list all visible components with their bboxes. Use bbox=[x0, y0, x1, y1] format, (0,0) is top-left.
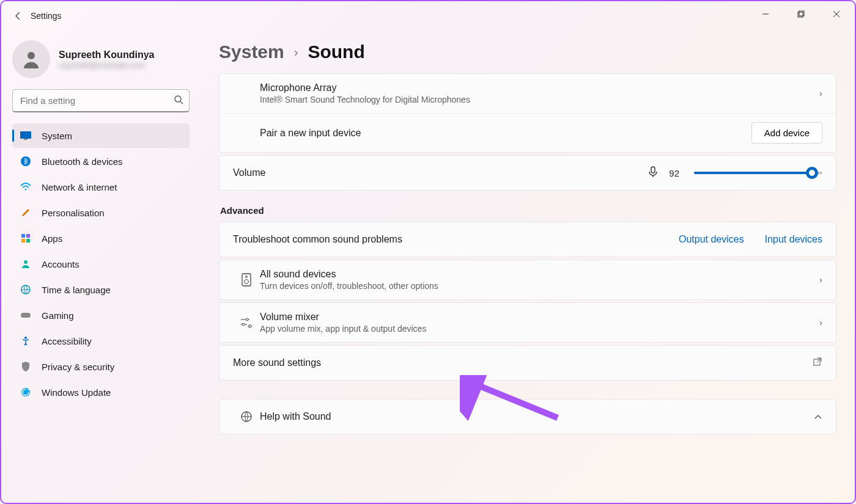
minimize-button[interactable] bbox=[753, 5, 778, 23]
mic-sub: Intel® Smart Sound Technology for Digita… bbox=[260, 95, 819, 104]
svg-point-19 bbox=[24, 337, 27, 339]
sidebar-item-accounts[interactable]: Accounts bbox=[12, 252, 190, 276]
svg-point-24 bbox=[245, 280, 249, 284]
svg-rect-9 bbox=[24, 139, 28, 140]
accounts-icon bbox=[20, 258, 32, 270]
sidebar-item-personalisation[interactable]: Personalisation bbox=[12, 200, 190, 225]
search-input[interactable] bbox=[12, 89, 190, 112]
volume-value: 92 bbox=[669, 168, 679, 178]
help-card[interactable]: Help with Sound bbox=[219, 399, 836, 434]
svg-rect-12 bbox=[21, 234, 25, 238]
breadcrumb-current: Sound bbox=[308, 42, 364, 62]
window-controls bbox=[753, 5, 849, 23]
back-button[interactable] bbox=[6, 4, 31, 28]
sidebar-item-gaming[interactable]: Gaming bbox=[12, 303, 190, 327]
chevron-right-icon: › bbox=[819, 89, 822, 98]
breadcrumb: System › Sound bbox=[219, 42, 836, 62]
volume-slider[interactable] bbox=[694, 167, 822, 179]
more-settings-card[interactable]: More sound settings bbox=[219, 345, 836, 381]
help-globe-icon bbox=[233, 411, 260, 423]
mixer-sub: App volume mix, app input & output devic… bbox=[260, 324, 819, 334]
sidebar-item-network[interactable]: Network & internet bbox=[12, 175, 190, 199]
wifi-icon bbox=[20, 181, 32, 193]
user-block[interactable]: Supreeth Koundinya supreeth@example.com bbox=[12, 37, 190, 89]
nav-label: Privacy & security bbox=[42, 362, 114, 372]
microphone-icon[interactable] bbox=[647, 166, 659, 180]
sidebar-item-time[interactable]: Time & language bbox=[12, 277, 190, 302]
svg-rect-8 bbox=[20, 131, 31, 139]
svg-rect-14 bbox=[21, 239, 25, 243]
arrow-left-icon bbox=[13, 11, 23, 21]
input-device-card: Microphone Array Intel® Smart Sound Tech… bbox=[219, 73, 836, 153]
microphone-row[interactable]: Microphone Array Intel® Smart Sound Tech… bbox=[220, 74, 836, 113]
svg-rect-2 bbox=[799, 11, 804, 16]
nav-label: Accounts bbox=[42, 259, 79, 269]
external-link-icon bbox=[813, 357, 822, 369]
svg-point-23 bbox=[246, 276, 248, 278]
slider-thumb[interactable] bbox=[806, 167, 818, 179]
pair-device-row: Pair a new input device Add device bbox=[220, 113, 836, 152]
volume-mixer-card[interactable]: Volume mixer App volume mix, app input &… bbox=[219, 302, 836, 343]
input-devices-link[interactable]: Input devices bbox=[765, 234, 822, 245]
nav-label: Time & language bbox=[42, 285, 111, 295]
bluetooth-icon bbox=[20, 155, 32, 167]
sidebar-item-privacy[interactable]: Privacy & security bbox=[12, 354, 190, 379]
apps-icon bbox=[20, 232, 32, 244]
person-icon bbox=[20, 48, 42, 70]
shield-icon bbox=[20, 360, 32, 373]
system-icon bbox=[20, 130, 32, 142]
svg-rect-18 bbox=[21, 313, 31, 318]
user-email: supreeth@example.com bbox=[59, 60, 154, 70]
search-wrap bbox=[12, 89, 190, 112]
svg-point-11 bbox=[25, 189, 27, 191]
svg-point-6 bbox=[175, 96, 181, 102]
svg-line-7 bbox=[180, 101, 183, 104]
svg-point-28 bbox=[242, 323, 245, 326]
advanced-header: Advanced bbox=[220, 205, 836, 216]
output-devices-link[interactable]: Output devices bbox=[679, 234, 744, 245]
nav-label: Accessibility bbox=[42, 336, 92, 346]
speaker-icon bbox=[233, 273, 260, 287]
minimize-icon bbox=[762, 10, 769, 18]
chevron-up-icon bbox=[814, 412, 822, 422]
sidebar-item-apps[interactable]: Apps bbox=[12, 226, 190, 250]
globe-icon bbox=[20, 283, 32, 296]
troubleshoot-title: Troubleshoot common sound problems bbox=[233, 234, 679, 245]
troubleshoot-card: Troubleshoot common sound problems Outpu… bbox=[219, 222, 836, 257]
app-title: Settings bbox=[31, 11, 62, 21]
all-devices-title: All sound devices bbox=[260, 269, 819, 280]
add-device-button[interactable]: Add device bbox=[751, 122, 822, 144]
gaming-icon bbox=[20, 309, 32, 321]
mixer-icon bbox=[233, 316, 260, 329]
sidebar-item-accessibility[interactable]: Accessibility bbox=[12, 329, 190, 353]
svg-rect-21 bbox=[651, 167, 655, 173]
nav-label: Gaming bbox=[42, 310, 74, 321]
svg-rect-13 bbox=[26, 234, 30, 238]
svg-rect-1 bbox=[798, 12, 803, 17]
close-icon bbox=[833, 10, 840, 18]
search-icon bbox=[174, 95, 183, 106]
more-title: More sound settings bbox=[233, 357, 813, 368]
nav-label: Bluetooth & devices bbox=[42, 156, 123, 167]
sidebar-item-system[interactable]: System bbox=[12, 123, 190, 148]
titlebar: Settings bbox=[1, 1, 855, 31]
maximize-button[interactable] bbox=[789, 5, 813, 23]
close-button[interactable] bbox=[824, 5, 849, 23]
nav-label: Apps bbox=[42, 233, 62, 244]
sidebar-item-update[interactable]: Windows Update bbox=[12, 380, 190, 404]
svg-point-26 bbox=[246, 318, 248, 321]
brush-icon bbox=[20, 206, 32, 219]
maximize-icon bbox=[797, 10, 805, 18]
all-devices-sub: Turn devices on/off, troubleshoot, other… bbox=[260, 281, 819, 291]
user-name: Supreeth Koundinya bbox=[59, 49, 154, 60]
sidebar-item-bluetooth[interactable]: Bluetooth & devices bbox=[12, 149, 190, 173]
mic-title: Microphone Array bbox=[260, 82, 819, 93]
nav: System Bluetooth & devices Network & int… bbox=[12, 123, 190, 404]
breadcrumb-parent[interactable]: System bbox=[219, 42, 284, 62]
accessibility-icon bbox=[20, 335, 32, 347]
svg-point-16 bbox=[24, 260, 28, 264]
nav-label: Network & internet bbox=[42, 182, 117, 192]
troubleshoot-row: Troubleshoot common sound problems Outpu… bbox=[220, 222, 836, 257]
nav-label: Windows Update bbox=[42, 387, 111, 398]
all-sound-devices-card[interactable]: All sound devices Turn devices on/off, t… bbox=[219, 260, 836, 300]
